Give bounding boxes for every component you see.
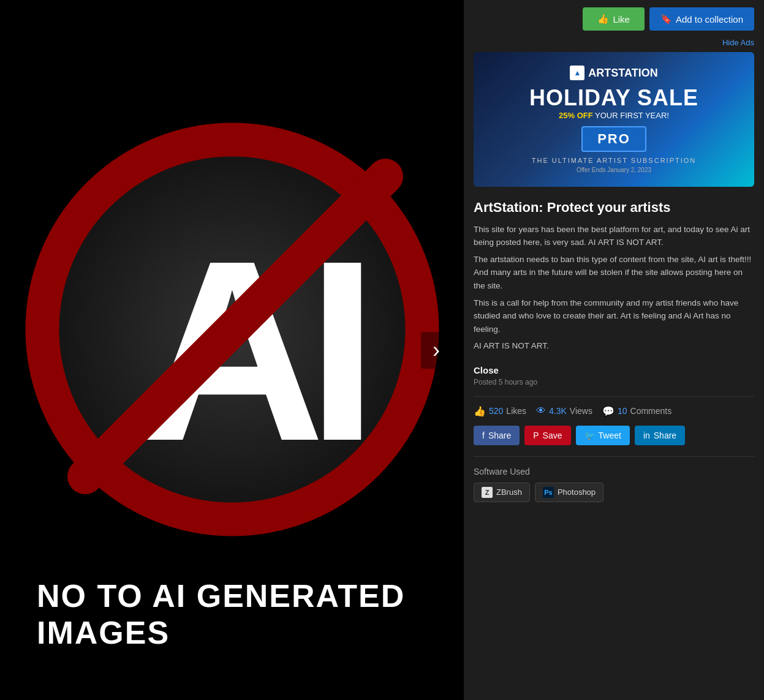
svg-text:I: I — [306, 207, 378, 494]
software-section: Software Used Z ZBrush Ps Photoshop — [464, 461, 764, 507]
posted-time: Posted 5 hours ago — [464, 377, 764, 393]
facebook-share-label: Share — [488, 431, 511, 440]
description-paragraph-2: The artstation needs to ban this type of… — [474, 253, 754, 293]
ad-subtitle: THE ULTIMATE ARTIST SUBSCRIPTION — [532, 157, 697, 164]
ad-banner[interactable]: ▲ ARTSTATION HOLIDAY SALE 25% OFF YOUR F… — [474, 52, 754, 187]
artstation-logo-icon: ▲ — [570, 66, 584, 80]
comments-label: Comments — [630, 406, 672, 416]
photoshop-icon: Ps — [543, 487, 554, 498]
likes-icon: 👍 — [474, 405, 486, 417]
artwork-image: A I NO TO AI GENERATED IMAGES — [0, 0, 464, 700]
twitter-icon: 🐦 — [584, 431, 595, 440]
add-collection-label: Add to collection — [676, 14, 743, 24]
description-paragraph-4: AI ART IS NOT ART. — [474, 339, 754, 353]
views-stat: 👁 4.3K Views — [536, 405, 592, 416]
right-panel: 👍 Like 🔖 Add to collection Hide Ads ▲ AR… — [464, 0, 764, 700]
ad-logo: ▲ ARTSTATION — [570, 66, 657, 80]
twitter-tweet-label: Tweet — [599, 431, 621, 440]
facebook-share-button[interactable]: f Share — [474, 426, 520, 445]
thumb-up-icon: 👍 — [597, 13, 609, 24]
close-link[interactable]: Close — [464, 361, 764, 377]
likes-value: 520 — [489, 406, 503, 416]
linkedin-share-label: Share — [654, 431, 676, 440]
add-to-collection-button[interactable]: 🔖 Add to collection — [649, 7, 754, 31]
likes-stat[interactable]: 👍 520 Likes — [474, 405, 526, 417]
divider-2 — [474, 456, 754, 457]
ad-logo-text: ARTSTATION — [588, 67, 657, 80]
ad-offer-ends: Offer Ends January 2, 2023 — [577, 167, 651, 173]
bookmark-icon: 🔖 — [660, 13, 672, 24]
linkedin-icon: in — [643, 431, 650, 440]
software-title: Software Used — [474, 467, 754, 476]
facebook-icon: f — [482, 431, 485, 440]
twitter-tweet-button[interactable]: 🐦 Tweet — [576, 426, 630, 445]
pinterest-save-label: Save — [543, 431, 562, 440]
software-tags: Z ZBrush Ps Photoshop — [474, 483, 754, 502]
no-ai-graphic: A I — [24, 121, 441, 538]
views-icon: 👁 — [536, 405, 546, 416]
zbrush-label: ZBrush — [496, 487, 522, 497]
divider-1 — [474, 396, 754, 397]
ad-headline: HOLIDAY SALE — [529, 85, 698, 111]
linkedin-share-button[interactable]: in Share — [635, 426, 685, 445]
zbrush-tag[interactable]: Z ZBrush — [474, 483, 530, 502]
likes-label: Likes — [506, 406, 526, 416]
stats-row: 👍 520 Likes 👁 4.3K Views 💬 10 Comments — [464, 401, 764, 423]
action-buttons: 👍 Like 🔖 Add to collection — [464, 0, 764, 36]
like-label: Like — [613, 14, 630, 24]
ad-discount: 25% OFF YOUR FIRST YEAR! — [559, 111, 669, 120]
comments-stat[interactable]: 💬 10 Comments — [602, 405, 671, 417]
artwork-panel: A I NO TO AI GENERATED IMAGES › — [0, 0, 464, 700]
photoshop-tag[interactable]: Ps Photoshop — [535, 483, 603, 502]
photoshop-label: Photoshop — [558, 487, 596, 497]
post-title: ArtStation: Protect your artists — [464, 194, 764, 223]
views-label: Views — [570, 406, 592, 416]
description-paragraph-1: This site for years has been the best pl… — [474, 223, 754, 249]
hide-ads-link[interactable]: Hide Ads — [464, 36, 764, 50]
comments-icon: 💬 — [602, 405, 615, 417]
post-description: This site for years has been the best pl… — [464, 223, 764, 361]
zbrush-icon: Z — [482, 487, 493, 498]
pinterest-save-button[interactable]: P Save — [524, 426, 570, 445]
views-value: 4.3K — [549, 406, 567, 416]
share-row: f Share P Save 🐦 Tweet in Share — [464, 423, 764, 453]
comments-value: 10 — [618, 406, 627, 416]
description-paragraph-3: This is a call for help from the communi… — [474, 296, 754, 336]
ad-pro-badge: PRO — [581, 126, 646, 152]
next-arrow[interactable]: › — [421, 332, 452, 369]
artwork-text: NO TO AI GENERATED IMAGES — [37, 578, 464, 651]
pinterest-icon: P — [533, 431, 539, 440]
like-button[interactable]: 👍 Like — [583, 7, 645, 31]
